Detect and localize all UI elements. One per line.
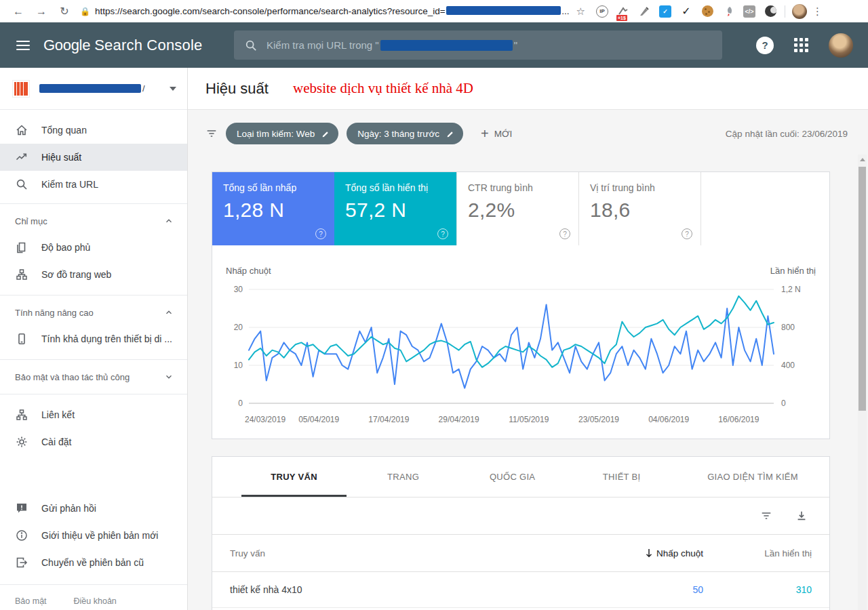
svg-text:17/04/2019: 17/04/2019 [368, 415, 409, 424]
column-impressions[interactable]: Lần hiển thị [703, 548, 812, 558]
svg-text:23/05/2019: 23/05/2019 [578, 415, 619, 424]
vertical-scrollbar[interactable] [858, 155, 867, 610]
sidebar-item-url-inspection[interactable]: Kiểm tra URL [0, 171, 187, 198]
checkmark-extension-icon[interactable]: ✓ [679, 4, 694, 19]
search-redaction [380, 40, 513, 51]
rocket-extension-icon[interactable] [721, 4, 736, 19]
sidebar-item-coverage[interactable]: Độ bao phủ [0, 234, 187, 261]
cookie-extension-icon[interactable] [700, 4, 715, 19]
help-question-icon[interactable]: ? [682, 228, 692, 239]
pen-extension-icon[interactable] [637, 4, 652, 19]
main-content: Hiệu suất website dịch vụ thiết kế nhà 4… [188, 68, 868, 610]
metric-total-impressions[interactable]: Tổng số lần hiển thị 57,2 N ? [334, 172, 456, 245]
exit-to-app-icon [15, 556, 28, 569]
table-filter-icon[interactable] [760, 510, 772, 522]
sidebar-item-about-new-version[interactable]: Giới thiệu về phiên bản mới [0, 522, 187, 549]
apps-grid-icon[interactable] [794, 38, 808, 52]
filter-chip-date[interactable]: Ngày: 3 tháng trước [347, 123, 463, 144]
svg-text:29/04/2019: 29/04/2019 [439, 415, 479, 424]
metric-average-position[interactable]: Vị trí trung bình 18,6 ? [578, 172, 701, 245]
sidebar-item-switch-old-version[interactable]: Chuyển về phiên bản cũ [0, 549, 187, 576]
metric-empty-slot [701, 172, 829, 245]
url-text: https://search.google.com/search-console… [95, 6, 446, 16]
last-updated-text: Cập nhật lần cuối: 23/06/2019 [726, 129, 848, 139]
dimension-tabs: TRUY VẤN TRANG QUỐC GIA THIẾT BỊ GIAO DI… [212, 457, 829, 497]
section-enhancements[interactable]: Tính năng nâng cao [0, 300, 187, 325]
help-question-icon[interactable]: ? [315, 228, 326, 239]
sidebar-item-overview[interactable]: Tổng quan [0, 117, 187, 144]
sidebar: / Tổng quan Hiệu suất Kiểm tra URL Chỉ m… [0, 68, 188, 610]
performance-chart-card: Tổng số lần nhấp 1,28 N ? Tổng số lần hi… [212, 171, 830, 439]
links-icon [15, 408, 28, 422]
account-avatar[interactable] [829, 33, 853, 58]
line-chart[interactable]: 001040020800301,2 N24/03/201905/04/20191… [226, 279, 817, 433]
metric-average-ctr[interactable]: CTR trung bình 2,2% ? [456, 172, 578, 245]
dimensions-table-card: TRUY VẤN TRANG QUỐC GIA THIẾT BỊ GIAO DI… [212, 456, 830, 610]
forward-icon[interactable]: → [33, 3, 50, 20]
svg-text:24/03/2019: 24/03/2019 [245, 415, 285, 424]
new-filter-button[interactable]: + MỚI [481, 126, 512, 142]
bookmark-star-icon[interactable]: ☆ [576, 5, 585, 18]
metric-total-clicks[interactable]: Tổng số lần nhấp 1,28 N ? [212, 172, 334, 245]
edit-pencil-icon [446, 129, 455, 138]
table-toolbar [212, 497, 829, 535]
sidebar-item-performance[interactable]: Hiệu suất [0, 144, 187, 171]
search-icon [15, 178, 28, 191]
scrollbar-thumb[interactable] [859, 167, 866, 411]
tab-queries[interactable]: TRUY VẤN [239, 457, 349, 497]
money-badge: +1$ [616, 15, 627, 21]
svg-text:04/06/2019: 04/06/2019 [648, 415, 689, 424]
sidebar-item-links[interactable]: Liên kết [0, 401, 187, 428]
sidebar-item-mobile-usability[interactable]: Tính khả dụng trên thiết bị di ... [0, 325, 187, 352]
tab-devices[interactable]: THIẾT BỊ [567, 457, 676, 497]
property-selector[interactable]: / [0, 68, 187, 109]
code-extension-icon[interactable]: </> [742, 4, 757, 19]
svg-text:10: 10 [234, 361, 243, 370]
privacy-link[interactable]: Bảo mật [15, 596, 47, 606]
tab-countries[interactable]: QUỐC GIA [458, 457, 567, 497]
ip-extension-icon[interactable]: IP [595, 4, 610, 19]
scroll-up-arrow[interactable] [858, 155, 867, 165]
back-icon[interactable]: ← [9, 3, 27, 20]
chevron-down-icon [164, 372, 174, 382]
money-extension-icon[interactable]: +1$ [616, 4, 631, 19]
help-question-icon[interactable]: ? [559, 228, 570, 239]
reload-icon[interactable]: ↻ [56, 3, 73, 20]
filter-list-icon[interactable] [205, 127, 218, 140]
property-url-redaction [39, 84, 141, 93]
home-icon [15, 123, 28, 137]
chevron-up-icon [164, 308, 174, 317]
section-index[interactable]: Chỉ mục [0, 208, 187, 234]
download-icon[interactable] [795, 510, 808, 522]
padlock-icon: 🔒 [80, 7, 90, 16]
gear-icon [15, 435, 28, 449]
sidebar-item-feedback[interactable]: Gửi phản hồi [0, 495, 187, 522]
performance-chart: Nhấp chuột Lần hiển thị 001040020800301,… [212, 245, 829, 439]
tab-pages[interactable]: TRANG [349, 457, 458, 497]
gsc-logo[interactable]: GoogleSearch Console [43, 37, 203, 54]
left-axis-label: Nhấp chuột [226, 266, 271, 276]
filter-chip-search-type[interactable]: Loại tìm kiếm: Web [226, 123, 338, 144]
blue-check-extension-icon[interactable]: ✓ [658, 4, 673, 19]
chrome-menu-icon[interactable]: ⋮ [812, 5, 823, 18]
dark-circle-extension-icon[interactable] [763, 4, 778, 19]
section-security[interactable]: Bảo mật và thao tác thủ công [0, 364, 187, 390]
column-query[interactable]: Truy vấn [230, 548, 585, 558]
plus-icon: + [481, 126, 489, 142]
hamburger-menu-icon[interactable] [16, 41, 30, 50]
address-bar[interactable]: 🔒 https://search.google.com/search-conso… [80, 5, 585, 18]
table-row[interactable]: thiết kế nhà 4x10 50 310 [212, 572, 829, 608]
help-question-icon[interactable]: ? [437, 228, 448, 239]
help-icon[interactable]: ? [756, 37, 774, 54]
url-inspect-search-input[interactable]: Kiểm tra mọi URL trong "" [234, 30, 722, 60]
tab-search-appearance[interactable]: GIAO DIỆN TÌM KIẾM [676, 457, 829, 497]
sidebar-item-sitemaps[interactable]: Sơ đồ trang web [0, 261, 187, 288]
sidebar-item-settings[interactable]: Cài đặt [0, 428, 187, 455]
column-clicks-sorted[interactable]: Nhấp chuột [585, 548, 703, 558]
svg-text:16/06/2019: 16/06/2019 [718, 415, 759, 424]
chevron-down-icon [170, 87, 176, 91]
svg-text:1,2 N: 1,2 N [781, 285, 801, 294]
chrome-profile-avatar[interactable] [792, 4, 807, 19]
terms-link[interactable]: Điều khoản [74, 596, 117, 606]
svg-text:0: 0 [781, 399, 786, 408]
